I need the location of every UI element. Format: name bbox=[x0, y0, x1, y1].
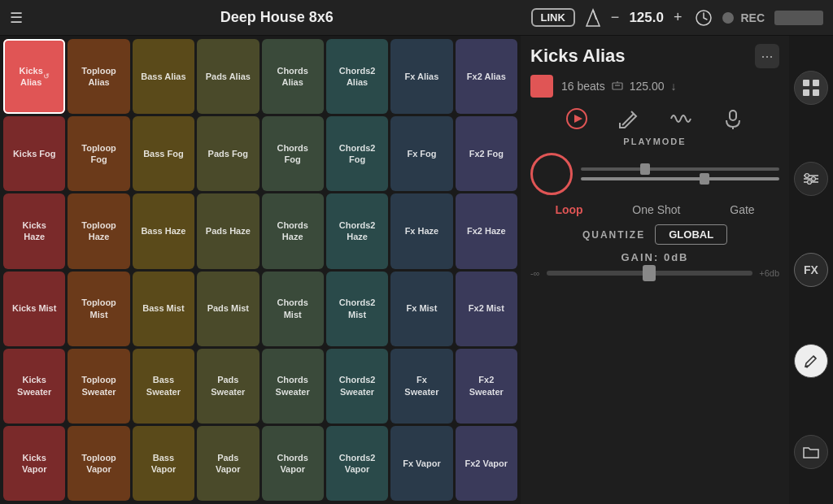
grid-cell[interactable]: BassSweater bbox=[133, 349, 194, 424]
grid-cell[interactable]: Kicks Mist bbox=[3, 272, 65, 346]
grid-cell[interactable]: Fx2 Alias bbox=[456, 39, 517, 114]
grid-cell[interactable]: Kicks Fog bbox=[3, 116, 65, 191]
rec-label[interactable]: REC bbox=[740, 11, 765, 24]
grid-cell[interactable]: Chords2Mist bbox=[326, 272, 388, 346]
grid-cell[interactable]: ToploopVapor bbox=[68, 426, 129, 501]
grid-cell[interactable]: BassVapor bbox=[133, 426, 194, 501]
grid-cell[interactable]: ToploopFog bbox=[68, 116, 129, 191]
grid-cell[interactable]: KicksAlias↺ bbox=[3, 39, 65, 114]
grid-cell[interactable]: FxSweater bbox=[390, 349, 452, 424]
grid-cell[interactable]: Chords2Alias bbox=[326, 39, 388, 114]
grid-cell[interactable]: ChordsVapor bbox=[262, 426, 324, 501]
tempo-minus-icon[interactable]: − bbox=[611, 9, 620, 26]
grid-cell[interactable]: ChordsFog bbox=[262, 116, 324, 191]
loop-circle[interactable] bbox=[530, 153, 573, 195]
grid-cell[interactable]: Fx2 Vapor bbox=[456, 426, 517, 501]
link-button[interactable]: LINK bbox=[531, 8, 575, 27]
edit-button[interactable] bbox=[794, 344, 828, 378]
gain-min-label: -∞ bbox=[530, 268, 540, 278]
grid-cell[interactable]: Pads Haze bbox=[197, 193, 259, 268]
grid-row: Kicks MistToploopMistBass MistPads MistC… bbox=[3, 272, 517, 346]
slider-row-2 bbox=[581, 177, 779, 180]
grid-cell[interactable]: Fx Alias bbox=[390, 39, 452, 114]
grid-cell[interactable]: PadsSweater bbox=[197, 349, 259, 424]
clip-grid: KicksAlias↺ToploopAliasBass AliasPads Al… bbox=[0, 36, 521, 504]
grid-cell[interactable]: Fx Vapor bbox=[390, 426, 452, 501]
grid-cell[interactable]: Fx Haze bbox=[390, 193, 452, 268]
svg-rect-12 bbox=[813, 80, 819, 86]
grid-cell[interactable]: Chords2Vapor bbox=[326, 426, 388, 501]
grid-cell[interactable]: Fx Mist bbox=[390, 272, 452, 346]
quantize-global-button[interactable]: GLOBAL bbox=[655, 224, 727, 245]
loop-label-oneshot[interactable]: One Shot bbox=[626, 202, 687, 218]
grid-cell[interactable]: ChordsAlias bbox=[262, 39, 324, 114]
tempo-value[interactable]: 125.0 bbox=[629, 10, 664, 26]
playmode-icons bbox=[530, 104, 779, 133]
loop-label-gate[interactable]: Gate bbox=[723, 202, 761, 218]
slider-track-1[interactable] bbox=[581, 167, 779, 171]
slider-thumb-2[interactable] bbox=[700, 173, 709, 185]
grid-cell[interactable]: Fx2 Haze bbox=[456, 193, 517, 268]
grid-cell[interactable]: Bass Alias bbox=[133, 39, 194, 114]
tempo-plus-icon[interactable]: + bbox=[674, 9, 683, 26]
loop-label-loop[interactable]: Loop bbox=[548, 202, 589, 218]
sync-icon[interactable] bbox=[695, 9, 713, 27]
grid-cell[interactable]: ChordsHaze bbox=[262, 193, 324, 268]
slider-track-2[interactable] bbox=[581, 177, 779, 180]
fx-button[interactable]: FX bbox=[794, 253, 828, 287]
rec-area: REC bbox=[722, 11, 765, 24]
grid-cell[interactable]: Bass Haze bbox=[133, 193, 194, 268]
folder-button[interactable] bbox=[794, 435, 828, 469]
grid-cell[interactable]: KicksVapor bbox=[3, 426, 65, 501]
grid-cell[interactable]: KicksHaze bbox=[3, 193, 65, 268]
grid-cell[interactable]: ChordsMist bbox=[262, 272, 324, 346]
svg-point-23 bbox=[806, 366, 809, 368]
grid-cell[interactable]: Pads Fog bbox=[197, 116, 259, 191]
beats-icon bbox=[612, 80, 623, 92]
wave-icon[interactable] bbox=[666, 104, 696, 133]
grid-button[interactable] bbox=[794, 71, 828, 105]
panel-more-button[interactable]: ··· bbox=[755, 44, 779, 68]
slider-thumb-1[interactable] bbox=[640, 163, 650, 175]
app-title: Deep House 8x6 bbox=[33, 9, 521, 26]
gain-max-label: +6db bbox=[759, 268, 779, 278]
gain-section: GAIN: 0dB -∞ +6db bbox=[530, 251, 779, 278]
grid-cell[interactable]: ChordsSweater bbox=[262, 349, 324, 424]
gain-track[interactable] bbox=[547, 271, 753, 276]
svg-rect-11 bbox=[803, 80, 809, 86]
svg-marker-0 bbox=[587, 10, 600, 26]
slider-row-1 bbox=[581, 167, 779, 171]
clip-color-button[interactable] bbox=[530, 75, 553, 98]
grid-row: KicksHazeToploopHazeBass HazePads HazeCh… bbox=[3, 193, 517, 268]
metronome-icon[interactable] bbox=[585, 8, 601, 28]
gain-thumb[interactable] bbox=[643, 265, 656, 281]
quantize-label: QUANTIZE bbox=[582, 229, 645, 241]
grid-cell[interactable]: Bass Mist bbox=[133, 272, 194, 346]
clip-title: Kicks Alias bbox=[530, 46, 626, 67]
pencil-icon[interactable] bbox=[614, 104, 643, 133]
topbar: ☰ Deep House 8x6 LINK − 125.0 + REC bbox=[0, 0, 833, 36]
grid-cell[interactable]: ToploopHaze bbox=[68, 193, 129, 268]
grid-cell[interactable]: Chords2Haze bbox=[326, 193, 388, 268]
clip-panel: Kicks Alias ··· 16 beats 125.00 ↓ bbox=[521, 36, 789, 504]
grid-row: Kicks FogToploopFogBass FogPads FogChord… bbox=[3, 116, 517, 191]
mic-icon[interactable] bbox=[718, 104, 748, 133]
grid-cell[interactable]: Fx2Sweater bbox=[456, 349, 517, 424]
grid-cell[interactable]: PadsVapor bbox=[197, 426, 259, 501]
grid-cell[interactable]: Pads Alias bbox=[197, 39, 259, 114]
menu-icon[interactable]: ☰ bbox=[10, 9, 23, 27]
grid-cell[interactable]: KicksSweater bbox=[3, 349, 65, 424]
grid-cell[interactable]: ToploopAlias bbox=[68, 39, 129, 114]
grid-cell[interactable]: Pads Mist bbox=[197, 272, 259, 346]
grid-cell[interactable]: Chords2Fog bbox=[326, 116, 388, 191]
grid-cell[interactable]: Fx2 Fog bbox=[456, 116, 517, 191]
grid-cell[interactable]: ToploopMist bbox=[68, 272, 129, 346]
grid-cell[interactable]: Bass Fog bbox=[133, 116, 194, 191]
grid-cell[interactable]: ToploopSweater bbox=[68, 349, 129, 424]
grid-cell[interactable]: Chords2Sweater bbox=[326, 349, 388, 424]
grid-cell[interactable]: Fx Fog bbox=[390, 116, 452, 191]
eq-button[interactable] bbox=[794, 162, 828, 196]
play-mode-icon[interactable] bbox=[562, 104, 591, 133]
panel-header: Kicks Alias ··· bbox=[530, 44, 779, 68]
grid-cell[interactable]: Fx2 Mist bbox=[456, 272, 517, 346]
